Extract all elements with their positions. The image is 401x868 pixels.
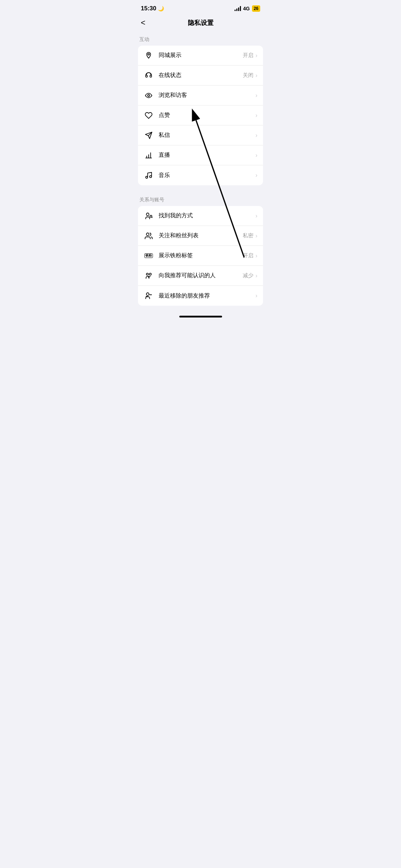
live-arrow: › [256, 152, 257, 159]
svg-point-1 [148, 94, 150, 97]
back-button[interactable]: < [141, 18, 145, 27]
browse-visitors-arrow: › [256, 92, 257, 99]
tongcheng-arrow: › [256, 52, 257, 59]
heart-icon [144, 110, 154, 120]
svg-point-18 [146, 293, 149, 295]
status-icons: 4G 26 [235, 5, 260, 12]
music-label: 音乐 [159, 172, 253, 179]
list-item-tongcheng[interactable]: 同城展示 开启 › [138, 46, 263, 66]
person-group-icon [144, 231, 154, 241]
tiefan-arrow: › [256, 253, 257, 259]
private-message-label: 私信 [159, 131, 253, 139]
likes-label: 点赞 [159, 112, 253, 119]
battery-badge: 26 [252, 5, 260, 12]
tiefan-icon: 铁粉 [144, 251, 154, 261]
interaction-card: 同城展示 开启 › 在线状态 关闭 › 浏览和访客 › [138, 46, 263, 185]
follow-fans-arrow: › [256, 233, 257, 239]
section-label-interaction: 互动 [134, 32, 267, 46]
music-icon [144, 170, 154, 180]
section-label-relations: 关系与账号 [134, 192, 267, 206]
svg-point-15 [149, 273, 151, 275]
bar-chart-icon [144, 150, 154, 160]
follow-fans-value: 私密 [243, 232, 253, 239]
list-item-likes[interactable]: 点赞 › [138, 105, 263, 125]
page-title: 隐私设置 [188, 19, 214, 27]
tongcheng-label: 同城展示 [159, 52, 243, 59]
list-item-removed-friends[interactable]: 最近移除的朋友推荐 › [138, 286, 263, 306]
tiefan-value: 开启 [243, 252, 253, 259]
likes-arrow: › [256, 112, 257, 119]
status-time: 15:30 🌙 [141, 5, 164, 12]
list-item-browse-visitors[interactable]: 浏览和访客 › [138, 86, 263, 105]
find-me-arrow: › [256, 213, 257, 219]
list-item-tiefan-badge[interactable]: 铁粉 展示铁粉标签 开启 › [138, 246, 263, 266]
send-icon [144, 130, 154, 140]
removed-friends-label: 最近移除的朋友推荐 [159, 292, 253, 300]
list-item-find-me[interactable]: 找到我的方式 › [138, 206, 263, 226]
svg-point-10 [146, 213, 149, 215]
nav-bar: < 隐私设置 [134, 15, 267, 32]
online-status-arrow: › [256, 72, 257, 79]
recommend-people-value: 减少 [243, 272, 253, 279]
network-label: 4G [243, 6, 250, 11]
list-item-private-message[interactable]: 私信 › [138, 125, 263, 145]
removed-friends-arrow: › [256, 293, 257, 299]
svg-point-9 [150, 176, 152, 178]
svg-point-0 [148, 53, 150, 55]
list-item-live[interactable]: 直播 › [138, 145, 263, 165]
browse-visitors-label: 浏览和访客 [159, 92, 253, 99]
headset-icon [144, 71, 154, 81]
person-connect-icon [144, 271, 154, 281]
relations-card: 找到我的方式 › 关注和粉丝列表 私密 › 铁粉 展示铁粉标签 开启 › [138, 206, 263, 306]
list-item-follow-fans[interactable]: 关注和粉丝列表 私密 › [138, 226, 263, 246]
svg-point-14 [146, 273, 149, 275]
person-remove-icon [144, 291, 154, 301]
list-item-recommend-people[interactable]: 向我推荐可能认识的人 减少 › [138, 266, 263, 286]
home-indicator [134, 313, 267, 320]
list-item-online-status[interactable]: 在线状态 关闭 › [138, 66, 263, 86]
person-search-icon [144, 211, 154, 221]
eye-icon [144, 91, 154, 100]
live-label: 直播 [159, 151, 253, 159]
tongcheng-value: 开启 [243, 52, 253, 59]
svg-point-8 [146, 176, 148, 179]
moon-icon: 🌙 [158, 6, 164, 11]
location-icon [144, 51, 154, 61]
recommend-people-label: 向我推荐可能认识的人 [159, 272, 243, 279]
svg-point-13 [146, 233, 149, 235]
online-status-label: 在线状态 [159, 72, 243, 79]
signal-bars [235, 6, 241, 11]
private-message-arrow: › [256, 132, 257, 139]
list-item-music[interactable]: 音乐 › [138, 165, 263, 185]
svg-line-12 [152, 217, 152, 217]
online-status-value: 关闭 [243, 72, 253, 79]
recommend-people-arrow: › [256, 273, 257, 279]
follow-fans-label: 关注和粉丝列表 [159, 232, 243, 239]
tiefan-label: 展示铁粉标签 [159, 252, 243, 259]
find-me-label: 找到我的方式 [159, 212, 253, 219]
music-arrow: › [256, 172, 257, 179]
status-bar: 15:30 🌙 4G 26 [134, 0, 267, 15]
